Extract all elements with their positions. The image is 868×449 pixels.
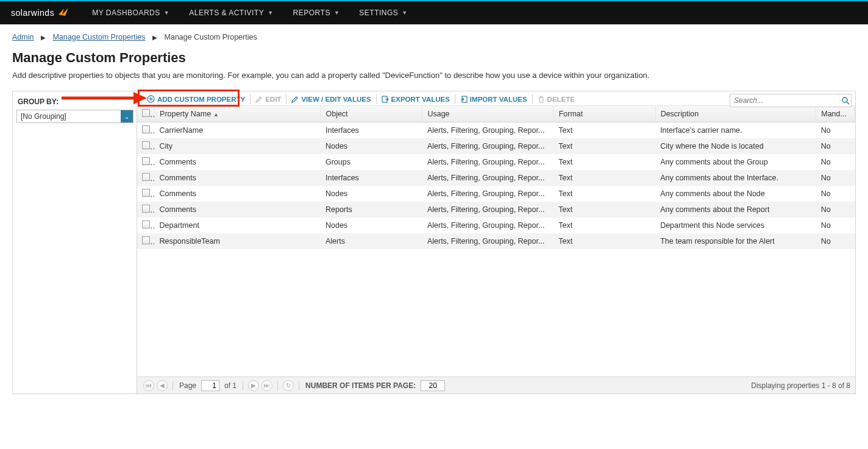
per-page-label: NUMBER OF ITEMS PER PAGE: <box>305 381 416 390</box>
table-row[interactable]: CarrierNameInterfacesAlerts, Filtering, … <box>137 122 855 139</box>
cell-format: Text <box>553 122 655 139</box>
select-all-header[interactable] <box>137 106 155 122</box>
groupby-value: [No Grouping] <box>21 112 66 121</box>
cell-description: Any comments about the Report <box>655 202 816 217</box>
cell-mandatory: No <box>816 138 855 154</box>
view-edit-values-button[interactable]: VIEW / EDIT VALUES <box>288 94 374 104</box>
groupby-label: GROUP BY: <box>13 95 137 108</box>
chevron-down-icon: ⌄ <box>121 110 133 122</box>
page-number-input[interactable] <box>201 380 219 391</box>
nav-alerts-activity[interactable]: ALERTS & ACTIVITY▼ <box>179 1 283 24</box>
toolbar-separator <box>250 94 251 104</box>
brand[interactable]: solarwinds <box>11 7 70 19</box>
row-checkbox-cell[interactable] <box>137 154 155 170</box>
cell-property-name: Comments <box>155 170 321 186</box>
checkbox-icon <box>142 173 150 181</box>
per-page-input[interactable] <box>421 380 445 391</box>
breadcrumb: Admin ▶ Manage Custom Properties ▶ Manag… <box>0 24 868 48</box>
delete-button[interactable]: DELETE <box>534 94 578 104</box>
row-checkbox-cell[interactable] <box>137 186 155 202</box>
groupby-select[interactable]: [No Grouping] ⌄ <box>16 110 133 123</box>
table-row[interactable]: CommentsInterfacesAlerts, Filtering, Gro… <box>137 170 855 186</box>
row-checkbox-cell[interactable] <box>137 233 155 249</box>
cell-usage: Alerts, Filtering, Grouping, Repor... <box>422 154 553 170</box>
cell-object: Groups <box>321 154 422 170</box>
table-header-row: Property Name▲ Object Usage Format Descr… <box>137 106 855 122</box>
pencil-icon <box>255 96 263 103</box>
pager-separator <box>299 381 299 391</box>
cell-description: Any comments about the Node <box>655 186 816 202</box>
cell-format: Text <box>553 217 655 233</box>
import-values-button[interactable]: IMPORT VALUES <box>457 94 531 104</box>
nav-my-dashboards[interactable]: MY DASHBOARDS▼ <box>82 1 179 24</box>
button-label: EDIT <box>265 96 281 103</box>
nav-label: ALERTS & ACTIVITY <box>189 9 264 17</box>
cell-object: Alerts <box>321 233 422 249</box>
cell-description: Department this Node services <box>655 217 816 233</box>
search-box <box>730 94 852 107</box>
cell-usage: Alerts, Filtering, Grouping, Repor... <box>422 186 553 202</box>
button-label: DELETE <box>547 96 575 103</box>
col-header-format[interactable]: Format <box>553 106 655 122</box>
row-checkbox-cell[interactable] <box>137 138 155 154</box>
next-page-button[interactable]: ▶ <box>248 380 259 391</box>
cell-mandatory: No <box>816 202 855 217</box>
pager: ⏮ ◀ Page of 1 ▶ ⏭ ↻ NUMBER OF ITEMS PER … <box>137 377 855 394</box>
edit-button[interactable]: EDIT <box>252 94 285 104</box>
col-header-object[interactable]: Object <box>321 106 422 122</box>
search-button[interactable] <box>839 94 851 107</box>
toolbar-separator <box>455 94 455 104</box>
cell-usage: Alerts, Filtering, Grouping, Repor... <box>422 217 553 233</box>
table-row[interactable]: ResponsibleTeamAlertsAlerts, Filtering, … <box>137 233 855 249</box>
cell-property-name: Comments <box>155 186 321 202</box>
table-row[interactable]: DepartmentNodesAlerts, Filtering, Groupi… <box>137 217 855 233</box>
first-page-button[interactable]: ⏮ <box>143 380 154 391</box>
col-header-mandatory[interactable]: Mand... <box>816 106 855 122</box>
prev-page-button[interactable]: ◀ <box>157 380 168 391</box>
search-icon <box>841 96 850 105</box>
brand-logo-icon <box>58 7 70 19</box>
nav-settings[interactable]: SETTINGS▼ <box>349 1 417 24</box>
table-row[interactable]: CommentsNodesAlerts, Filtering, Grouping… <box>137 186 855 202</box>
page-description: Add descriptive properties to objects th… <box>0 71 868 91</box>
cell-format: Text <box>553 154 655 170</box>
toolbar-separator <box>376 94 377 104</box>
trash-icon <box>538 96 545 103</box>
nav-label: REPORTS <box>293 9 330 17</box>
cell-usage: Alerts, Filtering, Grouping, Repor... <box>422 233 553 249</box>
table-row[interactable]: CommentsReportsAlerts, Filtering, Groupi… <box>137 202 855 217</box>
cell-mandatory: No <box>816 154 855 170</box>
cell-object: Nodes <box>321 138 422 154</box>
caret-down-icon: ▼ <box>268 10 273 16</box>
breadcrumb-manage-custom-properties[interactable]: Manage Custom Properties <box>52 33 145 41</box>
svg-point-7 <box>842 97 847 102</box>
col-header-description[interactable]: Description <box>655 106 816 122</box>
pager-separator <box>173 381 173 391</box>
breadcrumb-admin[interactable]: Admin <box>12 33 34 41</box>
add-custom-property-button[interactable]: ADD CUSTOM PROPERTY <box>143 94 249 104</box>
cell-property-name: Department <box>155 217 321 233</box>
row-checkbox-cell[interactable] <box>137 217 155 233</box>
nav-reports[interactable]: REPORTS▼ <box>283 1 350 24</box>
export-values-button[interactable]: EXPORT VALUES <box>378 94 454 104</box>
search-input[interactable] <box>730 96 839 105</box>
caret-down-icon: ▼ <box>334 10 340 16</box>
cell-mandatory: No <box>816 233 855 249</box>
sort-asc-icon: ▲ <box>213 111 219 118</box>
plus-circle-icon <box>147 95 155 103</box>
content-area: ADD CUSTOM PROPERTY EDIT VIEW / EDIT VAL… <box>137 91 855 394</box>
row-checkbox-cell[interactable] <box>137 202 155 217</box>
row-checkbox-cell[interactable] <box>137 170 155 186</box>
caret-down-icon: ▼ <box>164 10 169 16</box>
cell-format: Text <box>553 186 655 202</box>
cell-property-name: CarrierName <box>155 122 321 139</box>
col-header-property-name[interactable]: Property Name▲ <box>155 106 321 122</box>
col-header-usage[interactable]: Usage <box>422 106 553 122</box>
table-row[interactable]: CityNodesAlerts, Filtering, Grouping, Re… <box>137 138 855 154</box>
last-page-button[interactable]: ⏭ <box>261 380 272 391</box>
table-row[interactable]: CommentsGroupsAlerts, Filtering, Groupin… <box>137 154 855 170</box>
svg-line-8 <box>847 102 849 104</box>
refresh-button[interactable]: ↻ <box>283 380 294 391</box>
checkbox-icon <box>142 189 150 197</box>
row-checkbox-cell[interactable] <box>137 122 155 139</box>
